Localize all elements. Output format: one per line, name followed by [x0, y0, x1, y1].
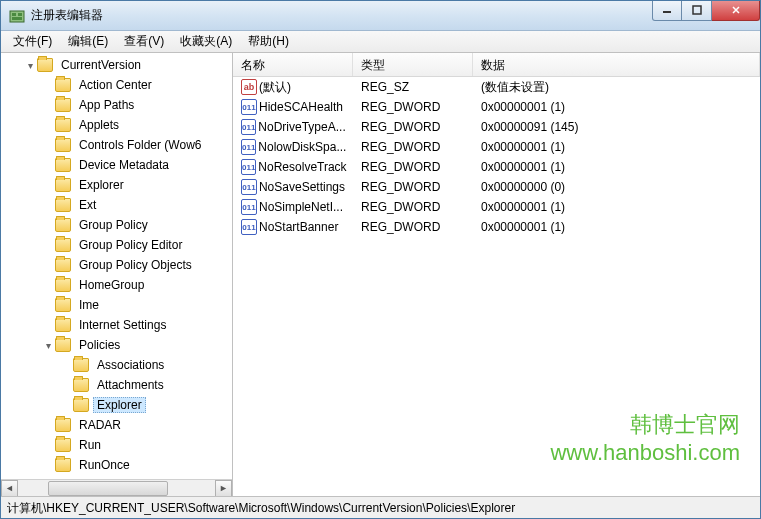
value-name: HideSCAHealth — [259, 100, 343, 114]
tree-item[interactable]: Device Metadata — [1, 155, 232, 175]
cell-name: 011NoStartBanner — [233, 219, 353, 235]
column-name[interactable]: 名称 — [233, 53, 353, 76]
folder-icon — [55, 318, 71, 332]
tree-item[interactable]: Attachments — [1, 375, 232, 395]
window-controls — [652, 1, 760, 21]
collapse-icon[interactable]: ▾ — [41, 340, 55, 351]
collapse-icon[interactable]: ▾ — [23, 60, 37, 71]
tree-label: Run — [75, 437, 105, 453]
folder-icon — [55, 98, 71, 112]
tree-item[interactable]: Ime — [1, 295, 232, 315]
svg-rect-5 — [693, 6, 701, 14]
folder-icon — [55, 138, 71, 152]
menu-view[interactable]: 查看(V) — [116, 31, 172, 52]
minimize-button[interactable] — [652, 1, 682, 21]
cell-type: REG_DWORD — [353, 220, 473, 234]
tree-label: RunOnce — [75, 457, 134, 473]
scroll-left-button[interactable]: ◄ — [1, 480, 18, 497]
tree-item[interactable]: Group Policy Editor — [1, 235, 232, 255]
tree-item[interactable]: ▾CurrentVersion — [1, 55, 232, 75]
tree-body[interactable]: ▾CurrentVersionAction CenterApp PathsApp… — [1, 53, 232, 479]
maximize-button[interactable] — [682, 1, 712, 21]
folder-icon — [55, 178, 71, 192]
dword-value-icon: 011 — [241, 139, 256, 155]
folder-icon — [55, 298, 71, 312]
tree-item[interactable]: RunOnce — [1, 455, 232, 475]
tree-label: Ime — [75, 297, 103, 313]
tree-item[interactable]: Group Policy Objects — [1, 255, 232, 275]
cell-data: 0x00000001 (1) — [473, 140, 760, 154]
tree-label: App Paths — [75, 97, 138, 113]
folder-icon — [73, 358, 89, 372]
cell-data: 0x00000001 (1) — [473, 100, 760, 114]
scroll-right-button[interactable]: ► — [215, 480, 232, 497]
cell-name: 011NoResolveTrack — [233, 159, 353, 175]
tree-label: Group Policy — [75, 217, 152, 233]
list-row[interactable]: ab(默认)REG_SZ(数值未设置) — [233, 77, 760, 97]
folder-icon — [55, 418, 71, 432]
menu-help[interactable]: 帮助(H) — [240, 31, 297, 52]
statusbar: 计算机\HKEY_CURRENT_USER\Software\Microsoft… — [1, 496, 760, 518]
value-name: NoDriveTypeA... — [258, 120, 345, 134]
tree-item[interactable]: RADAR — [1, 415, 232, 435]
horizontal-scrollbar[interactable]: ◄ ► — [1, 479, 232, 496]
tree-label: Group Policy Editor — [75, 237, 186, 253]
tree-label: Policies — [75, 337, 124, 353]
tree-label: Action Center — [75, 77, 156, 93]
tree-item[interactable]: Associations — [1, 355, 232, 375]
tree-item[interactable]: Ext — [1, 195, 232, 215]
tree-item[interactable]: Applets — [1, 115, 232, 135]
list-row[interactable]: 011NoDriveTypeA...REG_DWORD0x00000091 (1… — [233, 117, 760, 137]
cell-name: 011NolowDiskSpa... — [233, 139, 353, 155]
list-row[interactable]: 011NoSaveSettingsREG_DWORD0x00000000 (0) — [233, 177, 760, 197]
list-row[interactable]: 011NoResolveTrackREG_DWORD0x00000001 (1) — [233, 157, 760, 177]
list-row[interactable]: 011NolowDiskSpa...REG_DWORD0x00000001 (1… — [233, 137, 760, 157]
tree-label: CurrentVersion — [57, 57, 145, 73]
tree-item[interactable]: App Paths — [1, 95, 232, 115]
menu-edit[interactable]: 编辑(E) — [60, 31, 116, 52]
tree-item[interactable]: ▾Policies — [1, 335, 232, 355]
folder-icon — [55, 438, 71, 452]
list-row[interactable]: 011NoStartBannerREG_DWORD0x00000001 (1) — [233, 217, 760, 237]
folder-icon — [37, 58, 53, 72]
menu-file[interactable]: 文件(F) — [5, 31, 60, 52]
list-body[interactable]: ab(默认)REG_SZ(数值未设置)011HideSCAHealthREG_D… — [233, 77, 760, 496]
tree-label: Ext — [75, 197, 100, 213]
tree-label: Device Metadata — [75, 157, 173, 173]
folder-icon — [55, 118, 71, 132]
cell-data: 0x00000000 (0) — [473, 180, 760, 194]
tree-item[interactable]: Action Center — [1, 75, 232, 95]
tree-panel: ▾CurrentVersionAction CenterApp PathsApp… — [1, 53, 233, 496]
list-row[interactable]: 011NoSimpleNetI...REG_DWORD0x00000001 (1… — [233, 197, 760, 217]
svg-rect-0 — [10, 11, 24, 22]
tree-item[interactable]: Explorer — [1, 395, 232, 415]
scroll-thumb[interactable] — [48, 481, 168, 496]
cell-type: REG_DWORD — [353, 100, 473, 114]
tree-item[interactable]: Controls Folder (Wow6 — [1, 135, 232, 155]
tree-item[interactable]: HomeGroup — [1, 275, 232, 295]
tree-label: Explorer — [75, 177, 128, 193]
window-title: 注册表编辑器 — [31, 7, 652, 24]
close-button[interactable] — [712, 1, 760, 21]
titlebar[interactable]: 注册表编辑器 — [1, 1, 760, 31]
tree-label: Applets — [75, 117, 123, 133]
tree-label: HomeGroup — [75, 277, 148, 293]
list-row[interactable]: 011HideSCAHealthREG_DWORD0x00000001 (1) — [233, 97, 760, 117]
value-name: NoSaveSettings — [259, 180, 345, 194]
dword-value-icon: 011 — [241, 119, 256, 135]
cell-type: REG_DWORD — [353, 200, 473, 214]
column-data[interactable]: 数据 — [473, 53, 760, 76]
tree-label: Controls Folder (Wow6 — [75, 137, 205, 153]
close-icon — [731, 5, 741, 15]
tree-label: Explorer — [93, 397, 146, 413]
dword-value-icon: 011 — [241, 99, 257, 115]
tree-item[interactable]: Explorer — [1, 175, 232, 195]
column-type[interactable]: 类型 — [353, 53, 473, 76]
tree-item[interactable]: Group Policy — [1, 215, 232, 235]
folder-icon — [55, 278, 71, 292]
menu-favorites[interactable]: 收藏夹(A) — [172, 31, 240, 52]
string-value-icon: ab — [241, 79, 257, 95]
folder-icon — [73, 378, 89, 392]
tree-item[interactable]: Internet Settings — [1, 315, 232, 335]
tree-item[interactable]: Run — [1, 435, 232, 455]
